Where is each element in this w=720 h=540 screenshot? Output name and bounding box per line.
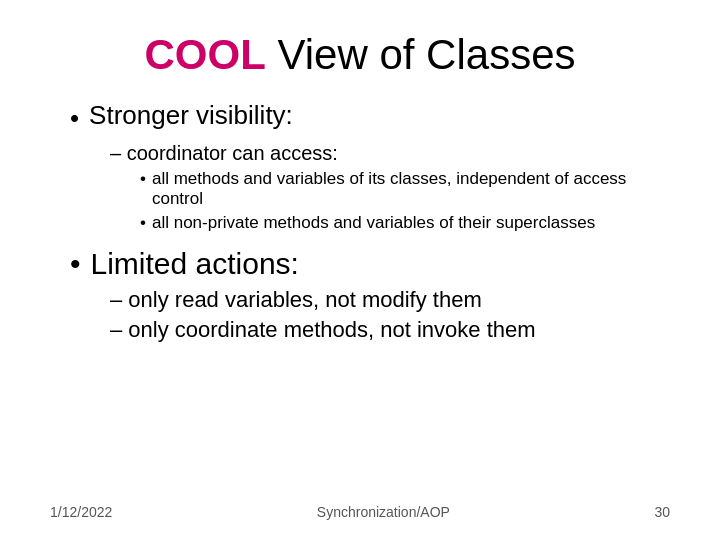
bullet-limited-actions: • Limited actions: [70,247,670,281]
sub-sub-bullet-all-methods: • all methods and variables of its class… [140,169,670,209]
sub-sub-non-private-label: all non-private methods and variables of… [152,213,595,233]
bullet-dot-1: • [70,103,79,134]
title-cool: COOL [144,31,265,78]
slide-footer: 1/12/2022 Synchronization/AOP 30 [50,494,670,520]
sub-bullet-coordinator: – coordinator can access: [110,142,670,165]
slide: COOL View of Classes • Stronger visibili… [0,0,720,540]
sub-bullet-coordinator-label: – coordinator can access: [110,142,338,165]
title-rest: View of Classes [266,31,576,78]
bullet-stronger-visibility-label: Stronger visibility: [89,100,293,131]
footer-center: Synchronization/AOP [317,504,450,520]
sub-sub-bullet-non-private: • all non-private methods and variables … [140,213,670,233]
sub-bullet-only-read-label: – only read variables, not modify them [110,287,482,312]
sub-bullet-only-coordinate: – only coordinate methods, not invoke th… [110,317,670,343]
bullet-limited-actions-label: Limited actions: [91,247,299,281]
sub-bullet-only-coordinate-label: – only coordinate methods, not invoke th… [110,317,536,342]
slide-title: COOL View of Classes [50,30,670,80]
footer-page: 30 [654,504,670,520]
footer-date: 1/12/2022 [50,504,112,520]
sub-sub-all-methods-label: all methods and variables of its classes… [152,169,670,209]
sub-sub-dot-1: • [140,169,146,189]
slide-content: • Stronger visibility: – coordinator can… [50,100,670,494]
bullet-dot-2: • [70,247,81,281]
sub-sub-dot-2: • [140,213,146,233]
sub-bullet-only-read: – only read variables, not modify them [110,287,670,313]
bullet-stronger-visibility: • Stronger visibility: [70,100,670,134]
